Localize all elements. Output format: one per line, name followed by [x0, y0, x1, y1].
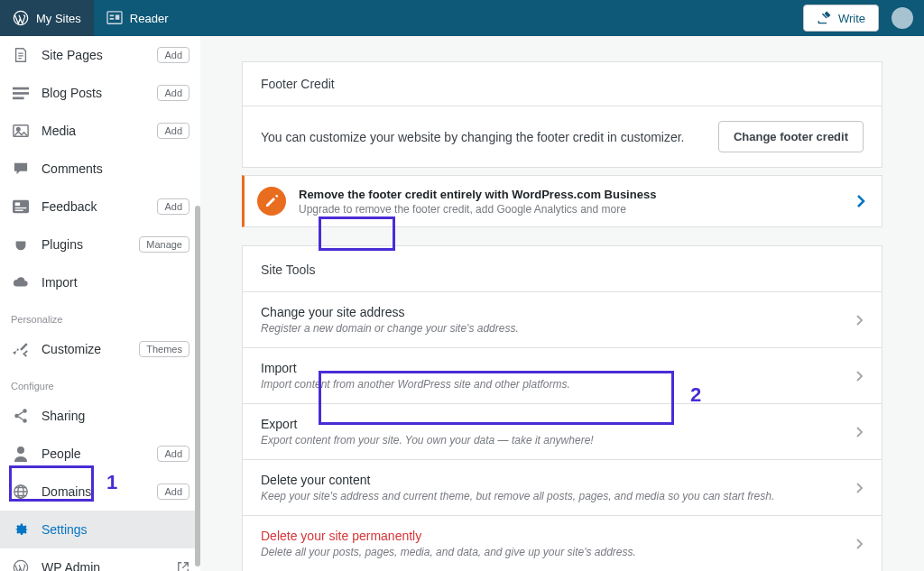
tool-change-address[interactable]: Change your site address Register a new … [243, 292, 882, 347]
sidebar-item-customize[interactable]: Customize Themes [0, 330, 200, 368]
add-people-button[interactable]: Add [157, 446, 189, 462]
nav-reader[interactable]: Reader [94, 0, 181, 36]
svg-rect-10 [13, 200, 29, 213]
svg-point-16 [23, 419, 27, 423]
write-button[interactable]: Write [803, 5, 879, 32]
sidebar-heading-personalize: Personalize [0, 301, 200, 330]
external-link-icon [177, 561, 189, 571]
tool-import[interactable]: Import Import content from another WordP… [243, 347, 882, 403]
add-feedback-button[interactable]: Add [157, 198, 189, 215]
svg-rect-6 [13, 92, 29, 95]
sidebar-item-sharing[interactable]: Sharing [0, 397, 200, 435]
chevron-right-icon [855, 538, 864, 550]
change-footer-credit-button[interactable]: Change footer credit [718, 121, 864, 152]
svg-rect-4 [116, 14, 119, 19]
sidebar-item-domains[interactable]: Domains Add [0, 473, 200, 511]
topbar: My Sites Reader Write [0, 0, 924, 36]
sidebar-item-media[interactable]: Media Add [0, 112, 200, 150]
posts-icon [11, 83, 31, 103]
chevron-right-icon [856, 194, 865, 208]
wordpress-icon [11, 557, 31, 571]
chevron-right-icon [855, 314, 864, 327]
reader-icon [106, 11, 123, 25]
wordpress-logo-icon [13, 10, 29, 26]
page-icon [11, 45, 31, 65]
sidebar-item-plugins[interactable]: Plugins Manage [0, 226, 200, 263]
sidebar-item-settings[interactable]: Settings [0, 511, 200, 548]
sidebar-item-wp-admin[interactable]: WP Admin [0, 548, 200, 571]
upsell-title: Remove the footer credit entirely with W… [299, 188, 844, 201]
gear-icon [11, 520, 31, 539]
sidebar-item-feedback[interactable]: Feedback Add [0, 188, 200, 226]
sidebar-heading-configure: Configure [0, 368, 200, 397]
annotation-number-1: 1 [106, 471, 117, 494]
people-icon [11, 444, 31, 464]
sidebar-item-import[interactable]: Import [0, 263, 200, 301]
nav-my-sites-label: My Sites [36, 12, 81, 25]
nav-reader-label: Reader [130, 12, 169, 25]
site-tools-card: Site Tools Change your site address Regi… [242, 245, 882, 571]
media-icon [11, 121, 31, 141]
tool-export[interactable]: Export Export content from your site. Yo… [243, 403, 882, 459]
svg-rect-3 [110, 18, 114, 20]
svg-rect-2 [110, 14, 114, 16]
content-area: Footer Credit You can customize your web… [200, 36, 924, 571]
plugin-icon [11, 235, 31, 254]
add-page-button[interactable]: Add [157, 47, 189, 63]
domains-icon [11, 482, 31, 502]
upsell-banner[interactable]: Remove the footer credit entirely with W… [242, 175, 882, 227]
chevron-right-icon [855, 482, 864, 494]
user-avatar[interactable] [892, 7, 913, 29]
feedback-icon [11, 197, 31, 216]
sidebar-item-site-pages[interactable]: Site Pages Add [0, 36, 200, 74]
svg-rect-7 [13, 97, 24, 100]
footer-credit-card: Footer Credit You can customize your web… [242, 61, 882, 168]
sidebar-item-comments[interactable]: Comments [0, 150, 200, 188]
sidebar-item-blog-posts[interactable]: Blog Posts Add [0, 74, 200, 112]
svg-rect-13 [15, 210, 23, 211]
upsell-icon [257, 187, 286, 216]
themes-button[interactable]: Themes [139, 341, 189, 357]
sidebar: Site Pages Add Blog Posts Add Media Add … [0, 36, 200, 571]
svg-rect-11 [15, 203, 20, 207]
site-tools-header: Site Tools [243, 246, 882, 292]
nav-my-sites[interactable]: My Sites [0, 0, 94, 36]
sharing-icon [11, 406, 31, 426]
svg-rect-1 [107, 12, 122, 23]
add-post-button[interactable]: Add [157, 85, 189, 101]
chevron-right-icon [855, 426, 864, 438]
upsell-subtitle: Upgrade to remove the footer credit, add… [299, 203, 844, 216]
customize-icon [11, 339, 31, 359]
add-domain-button[interactable]: Add [157, 484, 189, 500]
import-icon [11, 272, 31, 292]
manage-plugins-button[interactable]: Manage [139, 236, 189, 253]
comments-icon [11, 159, 31, 179]
svg-point-17 [17, 447, 24, 454]
chevron-right-icon [855, 370, 864, 382]
svg-point-14 [14, 414, 19, 419]
svg-point-9 [17, 127, 21, 131]
annotation-number-2: 2 [690, 383, 701, 407]
svg-rect-5 [13, 87, 29, 90]
sidebar-item-people[interactable]: People Add [0, 435, 200, 473]
tool-delete-site[interactable]: Delete your site permanently Delete all … [243, 515, 882, 571]
add-media-button[interactable]: Add [157, 123, 189, 139]
write-icon [817, 11, 831, 25]
tool-delete-content[interactable]: Delete your content Keep your site's add… [243, 459, 882, 515]
svg-rect-12 [15, 207, 27, 208]
svg-point-15 [23, 409, 27, 413]
footer-credit-desc: You can customize your website by changi… [261, 130, 700, 144]
footer-credit-header: Footer Credit [243, 62, 882, 106]
